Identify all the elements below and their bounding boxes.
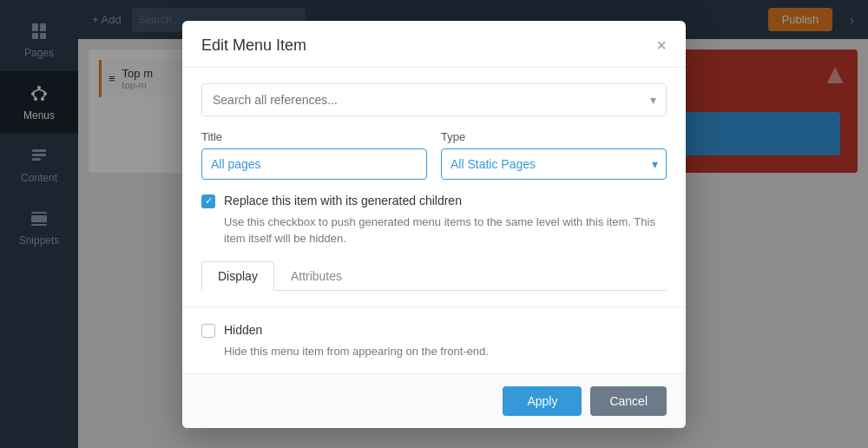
tabs-section: Display Attributes — [201, 261, 667, 291]
hidden-row: Hidden — [201, 323, 667, 338]
edit-menu-item-modal: Edit Menu Item × ▾ Title Type — [182, 21, 686, 428]
tabs-row: Display Attributes — [201, 261, 667, 290]
replace-checkbox-label: Replace this item with its generated chi… — [224, 194, 462, 208]
replace-checkbox[interactable] — [201, 194, 215, 208]
title-field-group: Title — [201, 130, 427, 180]
modal-title: Edit Menu Item — [201, 36, 306, 55]
tab-display[interactable]: Display — [201, 261, 274, 291]
modal-body: ▾ Title Type All Static Pages Static Pag… — [182, 68, 686, 306]
modal-close-button[interactable]: × — [656, 36, 667, 54]
search-references-wrapper: ▾ — [201, 83, 667, 116]
modal-overlay: Edit Menu Item × ▾ Title Type — [0, 0, 868, 448]
search-references-input[interactable] — [201, 83, 667, 116]
tab-display-content: Hidden Hide this menu item from appearin… — [182, 306, 686, 373]
hidden-checkbox[interactable] — [201, 324, 215, 338]
title-input[interactable] — [201, 148, 427, 180]
replace-checkbox-desc: Use this checkbox to push generated menu… — [224, 214, 667, 247]
type-label: Type — [441, 130, 667, 143]
hidden-label: Hidden — [224, 323, 262, 337]
replace-checkbox-section: Replace this item with its generated chi… — [201, 194, 667, 247]
title-label: Title — [201, 130, 427, 143]
apply-button[interactable]: Apply — [503, 386, 582, 416]
form-row-title-type: Title Type All Static Pages Static Pages… — [201, 130, 667, 180]
tab-attributes[interactable]: Attributes — [274, 261, 358, 290]
type-select[interactable]: All Static Pages Static Pages Custom URL — [441, 148, 667, 180]
modal-header: Edit Menu Item × — [182, 21, 686, 68]
type-field-group: Type All Static Pages Static Pages Custo… — [441, 130, 667, 180]
hidden-desc: Hide this menu item from appearing on th… — [224, 345, 667, 358]
type-select-wrapper: All Static Pages Static Pages Custom URL… — [441, 148, 667, 180]
replace-checkbox-row: Replace this item with its generated chi… — [201, 194, 667, 208]
modal-footer: Apply Cancel — [182, 373, 686, 428]
cancel-button[interactable]: Cancel — [590, 386, 667, 416]
